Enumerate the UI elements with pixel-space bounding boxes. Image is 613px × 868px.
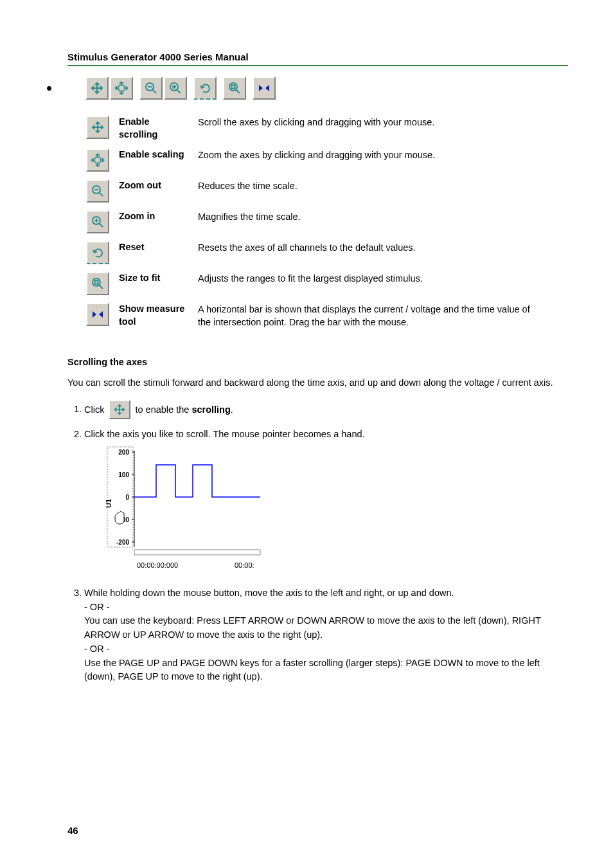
bullet-dot: • xyxy=(46,80,52,96)
definitions-table: Enable scrolling Scroll the axes by clic… xyxy=(85,109,553,336)
table-row: Zoom out Reduces the time scale. xyxy=(85,179,553,203)
svg-marker-37 xyxy=(99,311,103,318)
svg-rect-35 xyxy=(95,281,98,284)
zoom-out-icon xyxy=(86,179,109,203)
term-label: Enable scrolling xyxy=(118,115,197,141)
term-label: Reset xyxy=(118,240,197,265)
list-item: Click the axis you like to scroll. The m… xyxy=(84,428,568,579)
zoom-in-icon xyxy=(86,210,109,233)
page-title: Stimulus Generator 4000 Series Manual xyxy=(67,51,568,62)
steps-list: Click to enable the scrolling. Click the… xyxy=(67,400,568,685)
step3-or: - OR - xyxy=(84,602,109,612)
term-desc: A horizontal bar is shown that displays … xyxy=(197,302,553,330)
svg-text:-200: -200 xyxy=(116,539,129,546)
term-label: Enable scaling xyxy=(118,148,197,172)
term-label: Zoom out xyxy=(118,179,197,203)
svg-marker-18 xyxy=(265,85,269,91)
table-row: Enable scrolling Scroll the axes by clic… xyxy=(85,115,553,141)
svg-point-33 xyxy=(93,278,100,286)
page-number: 46 xyxy=(67,825,78,836)
zoom-in-icon xyxy=(164,77,187,100)
svg-text:100: 100 xyxy=(118,471,129,478)
table-row: Enable scaling Zoom the axes by clicking… xyxy=(85,148,553,172)
list-item: Click to enable the scrolling. xyxy=(84,400,568,420)
svg-line-30 xyxy=(100,224,103,228)
term-label: Show measure tool xyxy=(118,302,197,330)
table-row: Show measure tool A horizontal bar is sh… xyxy=(85,302,553,330)
table-row: Size to fit Adjusts the ranges to fit th… xyxy=(85,271,553,296)
reset-icon xyxy=(193,77,217,100)
header-rule xyxy=(67,65,568,66)
svg-text:U1: U1 xyxy=(106,499,112,508)
zoom-out-icon xyxy=(139,77,163,100)
table-row: Reset Resets the axes of all channels to… xyxy=(85,240,553,265)
svg-rect-53 xyxy=(134,550,260,555)
term-desc: Zoom the axes by clicking and dragging w… xyxy=(197,148,553,172)
scale-icon xyxy=(86,149,109,172)
size-to-fit-icon xyxy=(86,272,109,295)
svg-point-2 xyxy=(118,85,125,91)
step1-end: . xyxy=(231,404,233,414)
svg-text:200: 200 xyxy=(118,449,129,456)
step3-l3: Use the PAGE UP and PAGE DOWN keys for a… xyxy=(84,658,540,682)
svg-line-15 xyxy=(236,90,240,94)
step1-post: to enable the xyxy=(135,404,191,414)
step3-l1: While holding down the mouse button, mov… xyxy=(84,588,454,598)
axis-chart-figure: 200 100 0 -100 -200 U1 xyxy=(106,446,568,579)
table-row: Zoom in Magnifies the time scale. xyxy=(85,210,553,234)
step1-pre: Click xyxy=(84,404,107,414)
svg-rect-40 xyxy=(107,447,133,547)
section-intro: You can scroll the stimuli forward and b… xyxy=(67,376,568,390)
svg-point-21 xyxy=(94,157,101,163)
svg-marker-17 xyxy=(259,85,263,91)
move-icon xyxy=(109,400,130,420)
term-label: Size to fit xyxy=(118,271,197,296)
term-desc: Adjusts the ranges to fit the largest di… xyxy=(197,271,553,296)
step3-or2: - OR - xyxy=(84,644,109,654)
scale-icon xyxy=(110,77,133,100)
size-to-fit-icon xyxy=(223,77,246,100)
svg-text:00:00:00:000: 00:00:00:000 xyxy=(137,561,178,569)
svg-text:0: 0 xyxy=(125,494,129,501)
svg-text:00:00:: 00:00: xyxy=(235,561,254,569)
step1-bold: scrolling xyxy=(191,404,230,414)
toolbar-figure xyxy=(85,77,568,100)
term-desc: Resets the axes of all channels to the d… xyxy=(197,240,553,265)
svg-point-14 xyxy=(229,83,237,91)
reset-icon xyxy=(86,241,109,264)
term-desc: Scroll the axes by clicking and dragging… xyxy=(197,115,553,141)
svg-rect-16 xyxy=(232,86,235,89)
list-item: While holding down the mouse button, mov… xyxy=(84,586,568,684)
term-label: Zoom in xyxy=(118,210,197,234)
move-icon xyxy=(85,77,109,100)
section-subhead: Scrolling the axes xyxy=(67,357,568,367)
measure-icon xyxy=(253,77,276,100)
svg-line-34 xyxy=(100,285,103,289)
svg-line-8 xyxy=(153,90,157,94)
term-desc: Magnifies the time scale. xyxy=(197,210,553,234)
term-desc: Reduces the time scale. xyxy=(197,179,553,203)
svg-line-11 xyxy=(177,90,181,94)
measure-icon xyxy=(86,303,109,326)
svg-line-27 xyxy=(100,193,103,197)
move-icon xyxy=(86,116,109,139)
step3-l2: You can use the keyboard: Press LEFT ARR… xyxy=(84,615,541,640)
svg-marker-36 xyxy=(93,311,96,318)
step2-text: Click the axis you like to scroll. The m… xyxy=(84,429,365,439)
